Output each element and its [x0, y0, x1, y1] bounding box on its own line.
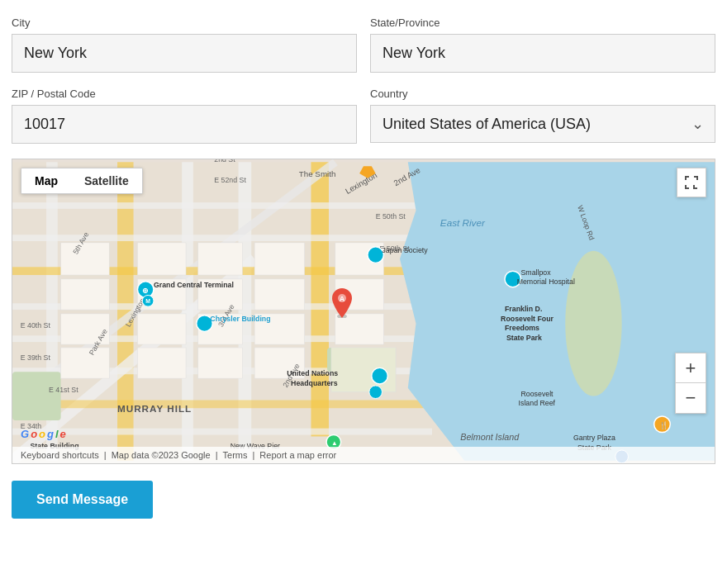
- svg-text:E 52nd St: E 52nd St: [214, 176, 246, 184]
- svg-text:2nd St: 2nd St: [214, 159, 235, 164]
- svg-text:United Nations: United Nations: [287, 369, 338, 377]
- svg-point-64: [372, 368, 388, 384]
- terms-link[interactable]: Terms: [223, 450, 248, 460]
- svg-text:Belmont Island: Belmont Island: [460, 432, 520, 442]
- svg-text:Franklin D.: Franklin D.: [505, 305, 542, 313]
- city-group: City: [12, 17, 357, 73]
- svg-text:The Smith: The Smith: [299, 169, 336, 178]
- svg-text:Chrysler Building: Chrysler Building: [210, 315, 270, 323]
- svg-text:Roosevelt Four: Roosevelt Four: [501, 315, 554, 323]
- svg-text:⊕: ⊕: [142, 287, 149, 295]
- svg-text:A: A: [340, 295, 345, 303]
- svg-text:M: M: [145, 298, 150, 304]
- map-container[interactable]: Lexington 2nd Ave E 52nd St 2nd St E 50t…: [12, 159, 715, 464]
- svg-rect-28: [198, 243, 243, 275]
- svg-rect-24: [137, 243, 186, 275]
- google-logo: Google: [21, 428, 66, 440]
- svg-point-17: [565, 251, 621, 396]
- svg-rect-8: [12, 202, 432, 209]
- city-label: City: [12, 17, 357, 29]
- svg-point-67: [369, 386, 383, 399]
- zip-input[interactable]: [12, 105, 357, 144]
- city-input[interactable]: [12, 34, 357, 73]
- svg-text:State Park: State Park: [506, 334, 542, 342]
- svg-text:MURRAY HILL: MURRAY HILL: [117, 403, 192, 414]
- country-select[interactable]: United States of America (USA) Canada Un…: [370, 105, 715, 143]
- city-state-row: City State/Province: [12, 17, 715, 73]
- svg-text:Headquarters: Headquarters: [291, 379, 338, 387]
- satellite-view-button[interactable]: Satellite: [71, 168, 142, 193]
- country-select-wrapper: United States of America (USA) Canada Un…: [370, 105, 715, 143]
- report-link[interactable]: Report a map error: [259, 450, 336, 460]
- svg-rect-20: [61, 243, 110, 275]
- map-data-text: Map data ©2023 Google: [112, 450, 211, 460]
- svg-text:Japan Society: Japan Society: [382, 246, 428, 254]
- svg-rect-31: [198, 348, 243, 378]
- svg-text:🍴: 🍴: [659, 420, 668, 430]
- svg-marker-16: [400, 162, 715, 460]
- svg-rect-32: [254, 243, 305, 275]
- google-logo-text: G: [21, 428, 29, 440]
- country-group: Country United States of America (USA) C…: [370, 88, 715, 144]
- svg-text:E 41st St: E 41st St: [49, 386, 78, 394]
- svg-text:▲: ▲: [331, 439, 338, 447]
- svg-text:Freedoms: Freedoms: [505, 324, 539, 332]
- zoom-in-button[interactable]: +: [676, 353, 706, 383]
- svg-rect-26: [137, 314, 186, 344]
- svg-rect-38: [335, 314, 384, 344]
- svg-rect-15: [12, 429, 432, 435]
- svg-rect-39: [331, 348, 396, 392]
- svg-rect-9: [12, 235, 432, 241]
- svg-text:E 39th St: E 39th St: [21, 353, 51, 362]
- svg-text:E 40th St: E 40th St: [21, 321, 51, 330]
- zip-country-row: ZIP / Postal Code Country United States …: [12, 88, 715, 144]
- map-zoom-controls: + −: [675, 353, 706, 414]
- state-label: State/Province: [370, 17, 715, 29]
- zip-group: ZIP / Postal Code: [12, 88, 357, 144]
- country-label: Country: [370, 88, 715, 100]
- fullscreen-icon: [684, 175, 699, 190]
- svg-rect-18: [12, 372, 61, 420]
- svg-point-62: [368, 247, 384, 263]
- map-attribution-bar: Keyboard shortcuts | Map data ©2023 Goog…: [12, 447, 715, 463]
- svg-text:Smallpox: Smallpox: [521, 268, 552, 277]
- map-background: Lexington 2nd Ave E 52nd St 2nd St E 50t…: [12, 159, 715, 463]
- svg-rect-33: [254, 279, 305, 310]
- map-view-button[interactable]: Map: [21, 168, 71, 193]
- state-group: State/Province: [370, 17, 715, 73]
- svg-rect-27: [137, 348, 186, 378]
- svg-text:Grand Central Terminal: Grand Central Terminal: [154, 281, 234, 289]
- svg-text:Gantry Plaza: Gantry Plaza: [573, 434, 615, 442]
- map-pin: A: [330, 288, 354, 318]
- svg-rect-23: [61, 348, 110, 378]
- state-input[interactable]: [370, 34, 715, 73]
- map-toggle-group: Map Satellite: [21, 168, 143, 194]
- svg-rect-21: [61, 279, 110, 310]
- map-fullscreen-button[interactable]: [677, 168, 706, 197]
- svg-text:E 50th St: E 50th St: [376, 212, 406, 220]
- svg-text:Roosevelt: Roosevelt: [521, 390, 554, 398]
- svg-text:Memorial Hospital: Memorial Hospital: [517, 277, 575, 286]
- svg-text:East River: East River: [440, 217, 486, 228]
- zip-label: ZIP / Postal Code: [12, 88, 357, 100]
- svg-rect-14: [12, 400, 432, 408]
- keyboard-shortcuts-link[interactable]: Keyboard shortcuts: [21, 450, 99, 460]
- zoom-out-button[interactable]: −: [676, 383, 706, 413]
- send-message-button[interactable]: Send Message: [12, 481, 153, 519]
- svg-text:Island Reef: Island Reef: [519, 399, 556, 407]
